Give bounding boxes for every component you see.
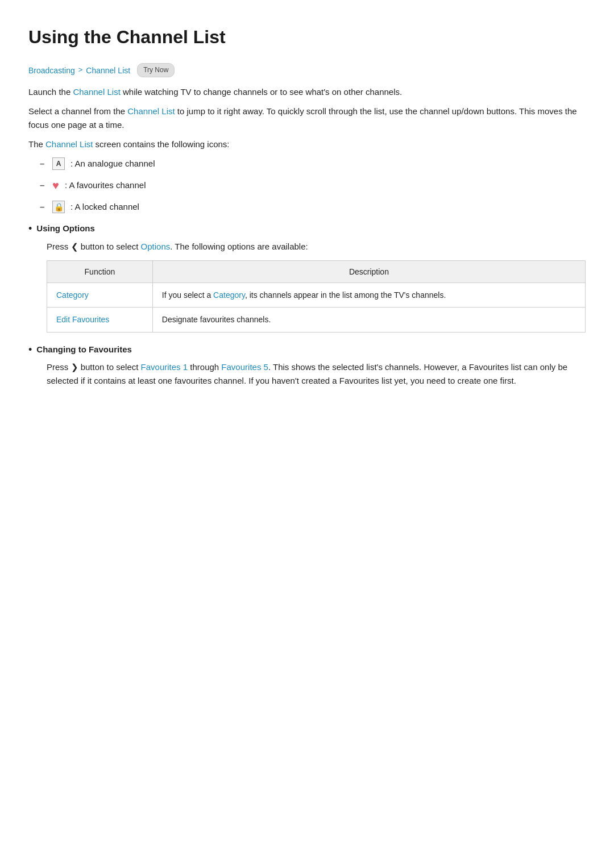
icon-list-item-analogue: – A : An analogue channel (40, 157, 586, 171)
breadcrumb-broadcasting[interactable]: Broadcasting (28, 64, 75, 77)
changing-to-favourites-description: Press ❯ button to select Favourites 1 th… (47, 360, 586, 388)
using-options-indent: Press ❮ button to select Options. The fo… (47, 240, 586, 333)
edit-favourites-link[interactable]: Edit Favourites (56, 315, 109, 324)
bullet-dot-1: • (28, 222, 32, 236)
changing-to-favourites-indent: Press ❯ button to select Favourites 1 th… (47, 360, 586, 388)
dash-3: – (40, 200, 47, 214)
icon-list: – A : An analogue channel – ♥ : A favour… (40, 157, 586, 214)
table-cell-edit-favourites-function: Edit Favourites (47, 308, 153, 332)
favourites-5-link[interactable]: Favourites 5 (221, 362, 268, 372)
using-options-section: • Using Options Press ❮ button to select… (28, 222, 586, 332)
analogue-icon: A (52, 157, 65, 170)
category-inline-link[interactable]: Category (213, 290, 245, 300)
breadcrumb-channel-list[interactable]: Channel List (86, 64, 130, 77)
using-options-label: Using Options (36, 222, 95, 235)
using-options-description: Press ❮ button to select Options. The fo… (47, 240, 586, 254)
dash-1: – (40, 157, 47, 171)
table-header-description: Description (152, 260, 585, 283)
table-row-category: Category If you select a Category, its c… (47, 283, 586, 307)
channel-list-link-3[interactable]: Channel List (45, 139, 93, 149)
options-link[interactable]: Options (141, 242, 171, 251)
lock-icon: 🔒 (52, 201, 65, 213)
intro-paragraph-1: Launch the Channel List while watching T… (28, 85, 586, 99)
breadcrumb-separator: > (78, 64, 83, 76)
changing-to-favourites-section: • Changing to Favourites Press ❯ button … (28, 343, 586, 388)
channel-list-link-1[interactable]: Channel List (73, 87, 120, 97)
table-cell-category-description: If you select a Category, its channels a… (152, 283, 585, 307)
options-table: Function Description Category If you sel… (47, 260, 586, 333)
breadcrumb: Broadcasting > Channel List Try Now (28, 63, 586, 77)
using-options-bullet: • Using Options (28, 222, 586, 236)
favourites-1-link[interactable]: Favourites 1 (141, 362, 188, 372)
intro-paragraph-3: The Channel List screen contains the fol… (28, 138, 586, 151)
analogue-label: : An analogue channel (70, 157, 155, 171)
heart-icon: ♥ (52, 176, 59, 194)
favourites-label: : A favourites channel (65, 178, 146, 192)
chevron-right-icon: ❯ (71, 362, 78, 372)
intro-paragraph-2: Select a channel from the Channel List t… (28, 105, 586, 132)
changing-to-favourites-label: Changing to Favourites (36, 343, 132, 356)
table-row-edit-favourites: Edit Favourites Designate favourites cha… (47, 308, 586, 332)
table-header-function: Function (47, 260, 153, 283)
icon-list-item-favourites: – ♥ : A favourites channel (40, 176, 586, 194)
chevron-left-icon: ❮ (71, 242, 78, 251)
locked-label: : A locked channel (70, 200, 139, 214)
changing-to-favourites-bullet: • Changing to Favourites (28, 343, 586, 357)
table-cell-edit-favourites-description: Designate favourites channels. (152, 308, 585, 332)
try-now-badge[interactable]: Try Now (137, 63, 175, 77)
category-link[interactable]: Category (56, 290, 89, 300)
page-title: Using the Channel List (28, 23, 586, 52)
icon-list-item-locked: – 🔒 : A locked channel (40, 200, 586, 214)
channel-list-link-2[interactable]: Channel List (127, 106, 175, 116)
dash-2: – (40, 178, 47, 192)
table-cell-category-function: Category (47, 283, 153, 307)
bullet-dot-2: • (28, 343, 32, 357)
